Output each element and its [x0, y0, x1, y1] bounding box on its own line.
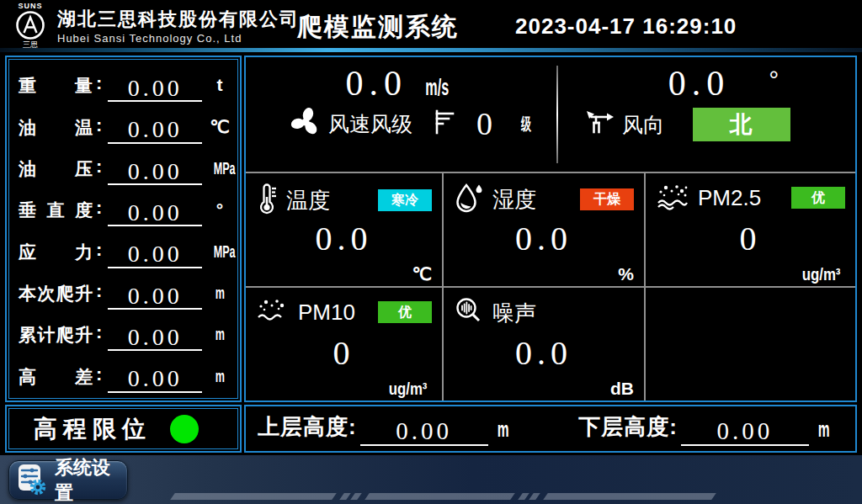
measurement-row-weight: 重量 : 0.00 t	[12, 65, 235, 102]
wind-vane-icon	[585, 109, 615, 140]
measurement-colon: :	[93, 114, 104, 144]
footer-stripe	[339, 493, 351, 500]
sensor-cell-noise: 噪声 0.0 dB	[442, 286, 644, 401]
sensor-value: 0	[246, 335, 442, 372]
header-divider-line	[0, 48, 862, 52]
measurement-label: 本次爬升	[19, 284, 93, 310]
measurement-label: 垂直度	[19, 201, 93, 226]
company-name-en: Hubei Sansi Technology Co., Ltd	[57, 32, 300, 45]
wind-speed-unit: m/s	[418, 75, 457, 101]
measurement-row-oil-temp: 油温 : 0.00 ℃	[12, 107, 235, 144]
sensor-unit: dB	[610, 379, 634, 399]
sensor-header: 湿度 干燥	[454, 182, 636, 217]
sensor-value: 0.0	[444, 335, 644, 372]
climbing-formwork-monitor-screen: { "header": { "logo_top": "SUNS", "logo_…	[0, 0, 862, 504]
wind-level-readout: 风速风级 0 级	[246, 106, 556, 141]
settings-button-label: 系统设置	[55, 455, 120, 504]
measurement-label: 累计爬升	[19, 326, 93, 351]
sensor-name: PM10	[298, 300, 355, 326]
sensor-header: PM10 优	[256, 296, 434, 328]
wind-speed-label: 风速风级	[328, 110, 412, 138]
measurement-row-oil-pressure: 油压 : 0.00 MPa	[12, 148, 235, 185]
company-logo-group: SUNS 三思 湖北三思科技股份有限公司 Hubei Sansi Technol…	[7, 1, 300, 48]
footer-bar	[0, 455, 862, 504]
sensor-cell-humidity: 湿度 干燥 0.0 %	[442, 172, 644, 286]
measurement-row-height-difference: 高差 : 0.00 m	[12, 356, 235, 393]
wind-row: 0.0 m/s 风速风级	[246, 57, 855, 172]
measurement-value: 0.00	[108, 117, 202, 143]
measurement-unit: m	[206, 366, 233, 393]
sensor-name: 湿度	[492, 185, 536, 215]
measurement-colon: :	[93, 197, 104, 226]
sensor-value: 0	[646, 220, 855, 257]
wind-direction-badge: 北	[693, 108, 790, 141]
measurement-colon: :	[93, 363, 104, 393]
sensor-cell-pm10: PM10 优 0 ug/m³	[246, 286, 442, 401]
fan-icon	[290, 106, 322, 141]
wind-speed-readout: 0.0 m/s	[246, 64, 556, 103]
particles-icon	[656, 182, 689, 214]
sensor-value: 0.0	[444, 220, 644, 257]
status-badge: 优	[378, 301, 432, 323]
measurement-colon: :	[93, 280, 104, 310]
settings-button[interactable]: 系统设置	[8, 460, 128, 500]
wind-direction-label: 风向	[622, 111, 664, 139]
wind-direction-label-row: 风向 北	[558, 108, 855, 141]
environment-panel: 0.0 m/s 风速风级	[244, 56, 857, 402]
wind-speed-section: 0.0 m/s 风速风级	[246, 57, 556, 172]
wind-level-unit: 级	[518, 113, 535, 135]
lower-height-value: 0.00	[681, 418, 809, 445]
sensor-unit: ℃	[412, 264, 432, 284]
elevation-limit-label: 高程限位	[34, 413, 152, 445]
sensor-cell-pm25: PM2.5 优 0 ug/m³	[644, 172, 855, 286]
measurement-label: 油压	[19, 160, 93, 185]
sensor-name: 温度	[286, 186, 330, 215]
sensor-header: 温度 寒冷	[256, 182, 434, 219]
measurement-value: 0.00	[108, 200, 202, 226]
wind-direction-readout: 0.0 °	[558, 64, 855, 103]
footer-stripe	[170, 493, 337, 500]
measurement-row-verticality: 垂直度 : 0.00 °	[12, 189, 235, 226]
measurement-unit: MPa	[206, 241, 233, 268]
measurement-value: 0.00	[108, 76, 202, 102]
measurement-label: 应力	[19, 243, 93, 268]
wind-direction-unit: °	[769, 66, 779, 94]
measurement-value: 0.00	[108, 366, 202, 392]
measurement-label: 重量	[19, 77, 93, 102]
measurement-row-current-climb: 本次爬升 : 0.00 m	[12, 273, 235, 310]
footer-stripe	[518, 493, 529, 500]
footer-stripe	[364, 493, 515, 500]
lower-height-group: 下层高度: 0.00 m	[578, 412, 833, 446]
wind-level-flag-icon	[431, 108, 456, 140]
measurement-colon: :	[93, 239, 104, 268]
upper-height-group: 上层高度: 0.00 m	[258, 412, 513, 446]
page-title: 爬模监测系统	[297, 10, 459, 45]
status-badge: 寒冷	[378, 189, 432, 211]
measurements-panel: 重量 : 0.00 t 油温 : 0.00 ℃ 油压 : 0.00 MPa 垂直…	[5, 56, 242, 402]
measurement-unit: MPa	[206, 158, 233, 185]
measurement-value: 0.00	[108, 241, 202, 268]
sansi-logo-icon: SUNS 三思	[7, 1, 54, 48]
wind-direction-value: 0.0	[668, 64, 731, 103]
sensor-unit: ug/m³	[797, 264, 845, 284]
measurement-value: 0.00	[108, 284, 202, 310]
measurement-value: 0.00	[108, 325, 202, 351]
sensor-name: PM2.5	[698, 185, 761, 211]
particles-icon	[256, 296, 290, 328]
company-name-block: 湖北三思科技股份有限公司 Hubei Sansi Technology Co.,…	[57, 4, 300, 44]
svg-text:SUNS: SUNS	[18, 2, 42, 10]
thermometer-icon	[256, 182, 278, 219]
wind-direction-section: 0.0 ° 风向 北	[558, 57, 855, 172]
footer-stripe	[350, 493, 362, 500]
status-badge: 优	[791, 187, 845, 209]
droplet-icon	[454, 182, 484, 217]
measurement-label: 油温	[19, 119, 93, 144]
sensor-header: PM2.5 优	[656, 182, 847, 214]
footer-stripe	[543, 493, 716, 500]
datetime-display: 2023-04-17 16:29:10	[515, 13, 737, 40]
status-badge: 干燥	[580, 188, 634, 210]
green-status-light-icon	[170, 415, 199, 443]
wind-level-value: 0	[476, 108, 492, 140]
measurement-unit: t	[206, 75, 233, 102]
sensor-value: 0.0	[246, 220, 442, 257]
